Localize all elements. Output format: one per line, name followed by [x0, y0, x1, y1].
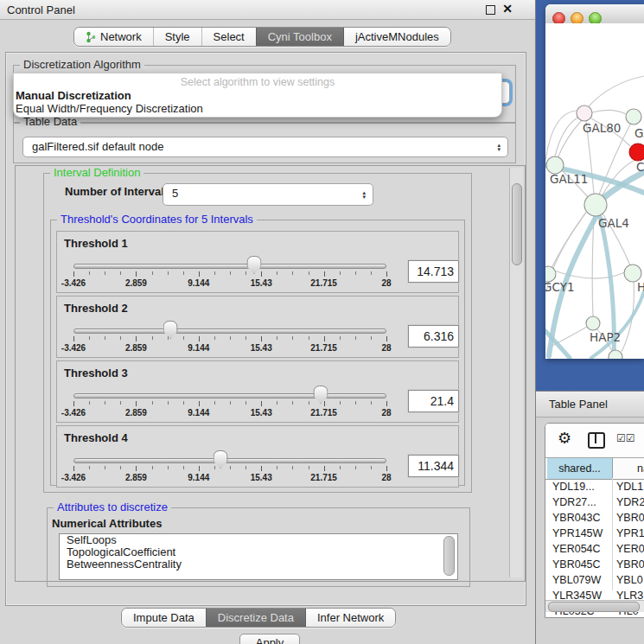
- slider-tick: [386, 336, 387, 341]
- table-data-combobox[interactable]: galFiltered.sif default node ▴▾: [22, 137, 508, 157]
- slider-track[interactable]: [73, 393, 386, 399]
- combo-arrows-icon: ▴▾: [362, 190, 366, 199]
- threshold-value-field[interactable]: 21.4: [408, 390, 459, 412]
- network-node[interactable]: [546, 156, 564, 174]
- tab-impute-data[interactable]: Impute Data: [122, 609, 206, 627]
- slider-tick-label: 15.43: [251, 278, 272, 288]
- network-edge: [589, 76, 644, 106]
- slider-thumb[interactable]: [214, 450, 228, 469]
- list-scrollbar-thumb[interactable]: [443, 536, 455, 576]
- attribute-list-item[interactable]: BetweennessCentrality: [60, 558, 457, 571]
- network-node-label: GCY1: [545, 280, 575, 294]
- slider-tick: [340, 466, 341, 469]
- table-row[interactable]: YPR145WYPR1: [545, 526, 644, 541]
- attribute-list-item[interactable]: TopologicalCoefficient: [60, 546, 457, 558]
- threshold-label: Threshold 2: [64, 302, 128, 315]
- network-node[interactable]: [624, 265, 641, 282]
- slider-track[interactable]: [73, 328, 386, 334]
- table-row[interactable]: YDR27...YDR2: [545, 494, 644, 510]
- slider-tick-label: 28: [381, 278, 391, 288]
- column-header-shared-name[interactable]: shared...: [547, 458, 613, 479]
- hscrollbar-thumb[interactable]: [548, 602, 640, 612]
- table-row[interactable]: YBR045CYBR0: [545, 557, 644, 572]
- threshold-value-field[interactable]: 6.316: [408, 325, 459, 348]
- tab-infer-network[interactable]: Infer Network: [305, 609, 395, 627]
- threshold-value-field[interactable]: 14.713: [408, 260, 459, 283]
- algorithm-option-manual[interactable]: Manual Discretization: [16, 89, 131, 102]
- close-icon[interactable]: ✕: [502, 2, 513, 16]
- slider-tick-label: 28: [381, 408, 391, 418]
- slider-tick: [214, 466, 215, 469]
- table-row[interactable]: YBR043CYBR0: [545, 510, 644, 526]
- slider-tick: [105, 336, 105, 340]
- slider-tick: [324, 271, 325, 277]
- network-node[interactable]: [629, 143, 644, 161]
- slider-tick: [371, 336, 372, 340]
- float-window-icon[interactable]: [486, 5, 495, 15]
- slider-tick: [152, 466, 153, 469]
- network-node[interactable]: [609, 350, 622, 359]
- network-canvas[interactable]: GAL80GACGAL11GAL4GCY1HHAP2: [545, 23, 644, 359]
- threshold-slider[interactable]: -3.4262.8599.14415.4321.71528: [73, 386, 386, 418]
- tab-cyni-toolbox[interactable]: Cyni Toolbox: [256, 28, 343, 46]
- algorithm-hint-item[interactable]: Select algorithm to view settings: [14, 76, 501, 88]
- scrollbar-thumb[interactable]: [512, 183, 522, 265]
- table-panel-title: Table Panel: [549, 398, 608, 411]
- network-view-window: GAL80GACGAL11GAL4GCY1HHAP2: [545, 4, 644, 359]
- tab-select[interactable]: Select: [201, 28, 256, 46]
- slider-tick: [168, 336, 169, 340]
- slider-thumb[interactable]: [163, 321, 178, 339]
- table-data-group: Table Data galFiltered.sif default node …: [13, 122, 516, 163]
- slider-track[interactable]: [73, 458, 386, 463]
- slider-tick: [371, 466, 372, 469]
- slider-tick: [152, 271, 153, 275]
- apply-button[interactable]: Apply: [239, 634, 300, 644]
- slider-thumb[interactable]: [313, 386, 328, 404]
- slider-tick: [355, 336, 356, 340]
- horizontal-scrollbar[interactable]: [545, 600, 644, 612]
- slider-tick: [136, 336, 137, 341]
- bottom-tab-bar: Impute Data Discretize Data Infer Networ…: [121, 608, 396, 628]
- column-header-name[interactable]: na: [613, 458, 644, 479]
- slider-tick: [261, 271, 262, 277]
- column-layout-icon[interactable]: [588, 432, 605, 449]
- slider-thumb[interactable]: [246, 256, 261, 274]
- cell-shared-name: YBR045C: [552, 557, 601, 572]
- vertical-scrollbar[interactable]: [509, 168, 523, 577]
- tab-discretize-data[interactable]: Discretize Data: [206, 609, 305, 627]
- network-node[interactable]: [586, 316, 600, 330]
- number-of-intervals-combobox[interactable]: 5 ▴▾: [163, 183, 373, 206]
- threshold-slider[interactable]: -3.4262.8599.14415.4321.71528: [73, 321, 386, 354]
- number-of-intervals-value: 5: [172, 187, 178, 200]
- network-node[interactable]: [577, 105, 592, 121]
- tab-style[interactable]: Style: [153, 28, 201, 46]
- tab-jactivemnodules[interactable]: jActiveMNodules: [343, 28, 450, 46]
- attributes-group-title: Attributes to discretize: [54, 501, 171, 513]
- slider-track[interactable]: [73, 264, 386, 269]
- table-row[interactable]: YDL19...YDL1: [545, 479, 644, 494]
- table-row[interactable]: YBL079WYBL0: [545, 572, 644, 588]
- threshold-value-field[interactable]: 11.344: [408, 455, 459, 477]
- tab-network[interactable]: Network: [74, 28, 153, 46]
- slider-tick: [168, 401, 169, 405]
- table-toolbar: ⚙ ☑☑: [545, 424, 644, 457]
- cell-name: YDL1: [616, 479, 643, 494]
- algorithm-option-equal-width[interactable]: Equal Width/Frequency Discretization: [16, 102, 203, 115]
- slider-tick: [136, 271, 137, 277]
- threshold-slider[interactable]: -3.4262.8599.14415.4321.71528: [73, 450, 386, 483]
- checkbox-icons[interactable]: ☑☑: [616, 432, 635, 444]
- slider-tick: [277, 401, 277, 405]
- network-node-label: C: [636, 160, 644, 174]
- network-node[interactable]: [584, 194, 607, 216]
- network-node[interactable]: [626, 109, 641, 124]
- threshold-slider[interactable]: -3.4262.8599.14415.4321.71528: [73, 256, 386, 289]
- numerical-attributes-list[interactable]: SelfLoopsTopologicalCoefficientBetweenne…: [59, 533, 458, 580]
- attribute-list-item[interactable]: SelfLoops: [60, 534, 457, 546]
- slider-tick: [230, 271, 231, 275]
- table-row[interactable]: YER054CYER0: [545, 541, 644, 557]
- slider-tick: [324, 466, 325, 471]
- application-root: Control Panel ✕ Network Style Select Cyn…: [0, 0, 644, 644]
- gear-icon[interactable]: ⚙: [558, 429, 571, 448]
- slider-tick-label: 2.859: [125, 408, 147, 418]
- slider-tick: [292, 401, 293, 405]
